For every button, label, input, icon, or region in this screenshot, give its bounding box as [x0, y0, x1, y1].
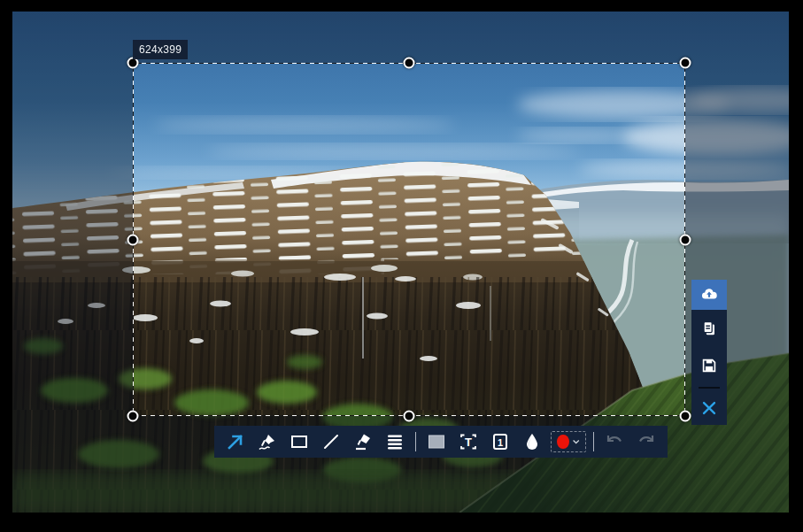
handle-bottom-center[interactable] [404, 411, 415, 422]
arrow-tool-icon [225, 431, 246, 452]
text-tool-glyph: T [465, 436, 472, 449]
rectangle-tool-icon [289, 431, 310, 452]
line-tool-icon [320, 431, 342, 452]
blur-tool-button[interactable] [519, 428, 545, 455]
pixelate-tool-icon [426, 431, 447, 452]
pen-tool-icon [257, 431, 278, 452]
handle-middle-left[interactable] [127, 234, 139, 245]
cloud-upload-icon [699, 285, 719, 305]
arrow-tool-button[interactable] [222, 428, 249, 455]
lines-tool-button[interactable] [382, 428, 408, 455]
undo-icon [604, 431, 625, 452]
selection-size-label: 624x399 [133, 40, 188, 59]
copy-button[interactable] [691, 310, 727, 347]
handle-top-center[interactable] [404, 58, 415, 69]
rectangle-tool-button[interactable] [286, 428, 313, 455]
lines-tool-icon [384, 431, 405, 452]
chevron-down-icon [572, 437, 580, 446]
annotation-toolbar: T 1 [214, 426, 668, 458]
redo-button[interactable] [633, 428, 660, 455]
toolbar-divider [415, 432, 416, 451]
save-icon [699, 356, 719, 375]
marker-tool-icon [352, 431, 374, 452]
counter-tool-glyph: 1 [498, 437, 503, 448]
line-tool-button[interactable] [318, 428, 344, 455]
sidebar-divider [699, 387, 720, 389]
redo-icon [636, 431, 657, 452]
marker-tool-button[interactable] [350, 428, 376, 455]
handle-middle-right[interactable] [680, 234, 691, 245]
current-color-dot [557, 435, 569, 449]
close-icon [699, 398, 719, 418]
handle-bottom-right[interactable] [680, 411, 691, 422]
copy-icon [699, 319, 719, 338]
counter-tool-icon: 1 [490, 431, 511, 452]
action-sidebar [691, 280, 727, 425]
close-button[interactable] [691, 391, 727, 425]
upload-button[interactable] [691, 280, 727, 310]
color-picker-button[interactable] [551, 431, 586, 452]
toolbar-divider [593, 432, 594, 451]
pixelate-tool-button[interactable] [423, 428, 450, 455]
text-tool-button[interactable]: T [455, 428, 482, 455]
selection-region[interactable] [133, 63, 685, 416]
handle-top-right[interactable] [680, 58, 691, 69]
text-tool-icon: T [458, 431, 479, 452]
counter-tool-button[interactable]: 1 [487, 428, 513, 455]
undo-button[interactable] [601, 428, 628, 455]
save-button[interactable] [691, 347, 727, 384]
pen-tool-button[interactable] [254, 428, 281, 455]
screenshot-editor: { "selection": { "size_label": "624x399"… [0, 0, 803, 532]
blur-drop-icon [521, 431, 543, 452]
handle-bottom-left[interactable] [127, 411, 139, 422]
